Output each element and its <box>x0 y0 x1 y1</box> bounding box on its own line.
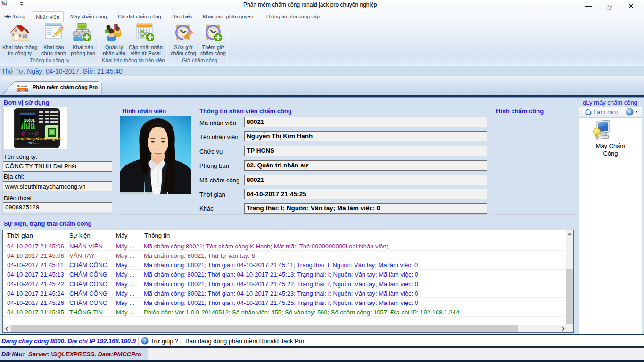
svg-text:Ronald: Ronald <box>17 85 27 88</box>
svg-text:?: ? <box>143 338 147 344</box>
svg-text:PMCCPRO: PMCCPRO <box>17 90 29 93</box>
svg-text:PRO: PRO <box>2 3 7 6</box>
svg-text:ZKTeco: ZKTeco <box>28 142 39 145</box>
svg-text:16:01: 16:01 <box>24 118 35 123</box>
svg-text:2017-10-04: 2017-10-04 <box>25 123 34 125</box>
svg-text:sieuthimaychamcong.vn: sieuthimaychamcong.vn <box>15 136 61 141</box>
